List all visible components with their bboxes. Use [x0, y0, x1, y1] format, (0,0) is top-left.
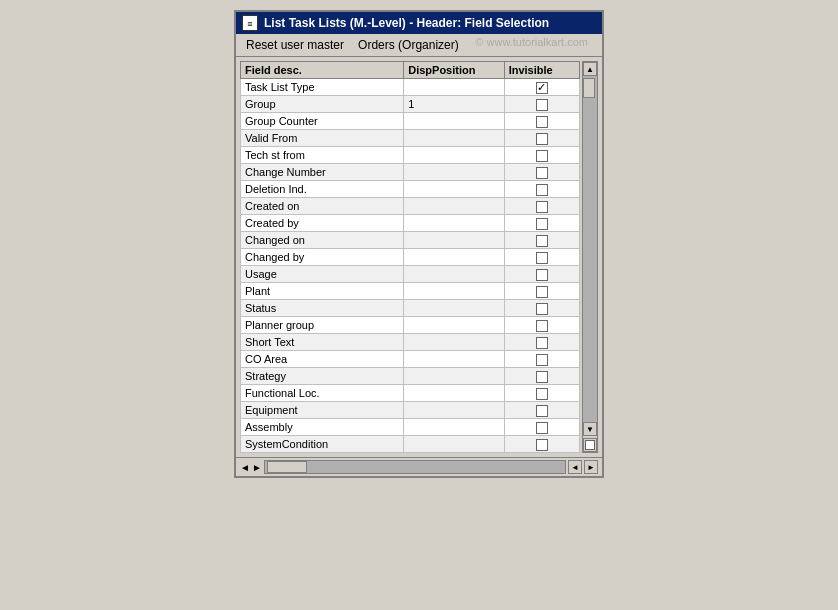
field-name-cell: Equipment [241, 402, 404, 419]
invisible-checkbox[interactable] [536, 371, 548, 383]
h-scroll-right-buttons: ◄ ► [568, 460, 598, 474]
invisible-cell[interactable] [504, 419, 579, 436]
menu-reset-user-master[interactable]: Reset user master [240, 36, 350, 54]
invisible-cell[interactable] [504, 164, 579, 181]
invisible-checkbox[interactable] [536, 82, 548, 94]
invisible-cell[interactable] [504, 79, 579, 96]
invisible-checkbox[interactable] [536, 405, 548, 417]
table-row: Usage [241, 266, 580, 283]
col-header-field-desc: Field desc. [241, 62, 404, 79]
disp-position-cell [404, 334, 504, 351]
disp-position-cell [404, 249, 504, 266]
nav-right-icon[interactable]: ► [252, 462, 262, 473]
disp-position-cell [404, 181, 504, 198]
table-row: Status [241, 300, 580, 317]
nav-left-icon[interactable]: ◄ [240, 462, 250, 473]
table-row: Strategy [241, 368, 580, 385]
field-name-cell: Short Text [241, 334, 404, 351]
invisible-cell[interactable] [504, 130, 579, 147]
invisible-cell[interactable] [504, 351, 579, 368]
invisible-checkbox[interactable] [536, 286, 548, 298]
invisible-cell[interactable] [504, 96, 579, 113]
disp-position-cell [404, 283, 504, 300]
invisible-cell[interactable] [504, 181, 579, 198]
invisible-checkbox[interactable] [536, 116, 548, 128]
invisible-cell[interactable] [504, 368, 579, 385]
table-row: CO Area [241, 351, 580, 368]
disp-position-cell [404, 164, 504, 181]
main-window: ≡ List Task Lists (M.-Level) - Header: F… [234, 10, 604, 478]
invisible-checkbox[interactable] [536, 184, 548, 196]
scroll-track[interactable] [583, 76, 597, 422]
scroll-thumb[interactable] [583, 78, 595, 98]
field-name-cell: Planner group [241, 317, 404, 334]
invisible-cell[interactable] [504, 283, 579, 300]
content-area: Field desc. DispPosition Invisible Task … [236, 61, 602, 476]
disp-position-cell [404, 351, 504, 368]
invisible-checkbox[interactable] [536, 167, 548, 179]
field-name-cell: Created by [241, 215, 404, 232]
disp-position-cell [404, 436, 504, 453]
field-name-cell: Assembly [241, 419, 404, 436]
field-name-cell: Created on [241, 198, 404, 215]
table-row: Tech st from [241, 147, 580, 164]
invisible-cell[interactable] [504, 249, 579, 266]
table-row: Valid From [241, 130, 580, 147]
invisible-checkbox[interactable] [536, 235, 548, 247]
table-row: Created on [241, 198, 580, 215]
invisible-cell[interactable] [504, 198, 579, 215]
invisible-cell[interactable] [504, 385, 579, 402]
field-name-cell: Functional Loc. [241, 385, 404, 402]
disp-position-cell [404, 215, 504, 232]
field-name-cell: SystemCondition [241, 436, 404, 453]
field-name-cell: Changed on [241, 232, 404, 249]
horizontal-scroll-track[interactable] [264, 460, 566, 474]
table-row: Group Counter [241, 113, 580, 130]
field-name-cell: Changed by [241, 249, 404, 266]
invisible-checkbox[interactable] [536, 388, 548, 400]
bottom-bar: ◄ ► ◄ ► [236, 457, 602, 476]
field-table: Field desc. DispPosition Invisible Task … [240, 61, 580, 453]
scroll-down-button[interactable]: ▼ [583, 422, 597, 436]
field-name-cell: Plant [241, 283, 404, 300]
invisible-cell[interactable] [504, 113, 579, 130]
disp-position-cell [404, 385, 504, 402]
field-name-cell: Task List Type [241, 79, 404, 96]
invisible-cell[interactable] [504, 317, 579, 334]
h-scroll-right-button[interactable]: ► [584, 460, 598, 474]
invisible-checkbox[interactable] [536, 133, 548, 145]
h-scroll-left-button[interactable]: ◄ [568, 460, 582, 474]
horizontal-scroll-thumb[interactable] [267, 461, 307, 473]
field-name-cell: Group [241, 96, 404, 113]
invisible-checkbox[interactable] [536, 99, 548, 111]
invisible-cell[interactable] [504, 147, 579, 164]
invisible-checkbox[interactable] [536, 303, 548, 315]
invisible-checkbox[interactable] [536, 439, 548, 451]
invisible-checkbox[interactable] [536, 354, 548, 366]
scroll-checkbox[interactable] [585, 440, 595, 450]
invisible-checkbox[interactable] [536, 269, 548, 281]
scroll-up-button[interactable]: ▲ [583, 62, 597, 76]
disp-position-cell [404, 147, 504, 164]
invisible-checkbox[interactable] [536, 422, 548, 434]
invisible-checkbox[interactable] [536, 150, 548, 162]
menu-orders-organizer[interactable]: Orders (Organizer) [352, 36, 465, 54]
invisible-checkbox[interactable] [536, 252, 548, 264]
invisible-checkbox[interactable] [536, 320, 548, 332]
invisible-cell[interactable] [504, 266, 579, 283]
table-row: Change Number [241, 164, 580, 181]
invisible-checkbox[interactable] [536, 201, 548, 213]
field-name-cell: Group Counter [241, 113, 404, 130]
table-header-row: Field desc. DispPosition Invisible [241, 62, 580, 79]
vertical-scrollbar[interactable]: ▲ ▼ [582, 61, 598, 453]
invisible-cell[interactable] [504, 334, 579, 351]
invisible-checkbox[interactable] [536, 218, 548, 230]
invisible-cell[interactable] [504, 436, 579, 453]
invisible-cell[interactable] [504, 402, 579, 419]
watermark: © www.tutorialkart.com [475, 36, 588, 54]
scroll-check-box[interactable] [583, 438, 597, 452]
invisible-checkbox[interactable] [536, 337, 548, 349]
invisible-cell[interactable] [504, 215, 579, 232]
invisible-cell[interactable] [504, 232, 579, 249]
invisible-cell[interactable] [504, 300, 579, 317]
